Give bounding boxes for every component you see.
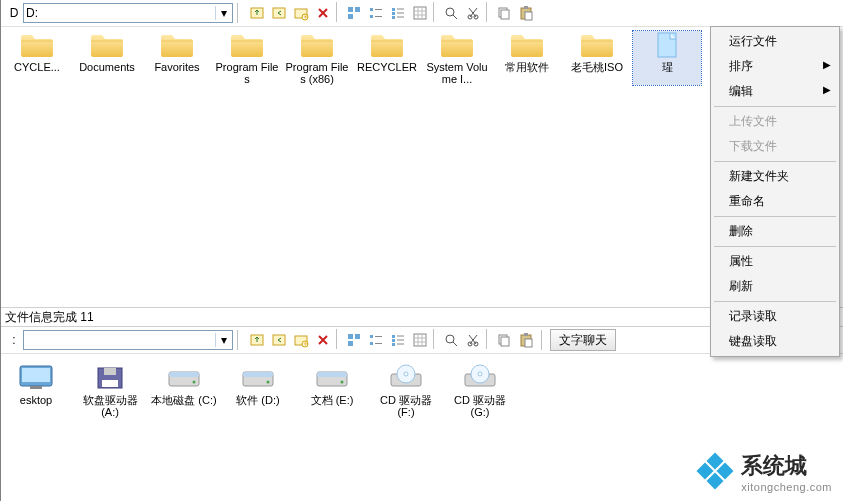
svg-rect-56 xyxy=(104,368,116,375)
svg-rect-42 xyxy=(392,343,395,346)
svg-rect-7 xyxy=(348,14,353,19)
drive-label: 软件 (D:) xyxy=(236,394,279,418)
tool-paste-icon[interactable] xyxy=(515,329,537,351)
drive-item[interactable]: esktop xyxy=(3,362,69,418)
file-item[interactable]: CYCLE... xyxy=(3,31,71,85)
tool-big-icon[interactable] xyxy=(343,329,365,351)
drive-grid[interactable]: esktop软盘驱动器 (A:)本地磁盘 (C:)软件 (D:)文档 (E:)C… xyxy=(1,354,843,418)
toolbar-buttons-bottom: ✳ xyxy=(246,329,537,351)
file-label: RECYCLER xyxy=(357,61,417,85)
tool-del-icon[interactable] xyxy=(312,2,334,24)
tool-copy-icon[interactable] xyxy=(493,329,515,351)
tool-back-icon[interactable] xyxy=(268,329,290,351)
svg-rect-1 xyxy=(273,8,285,18)
tool-newf-icon[interactable]: ✳ xyxy=(290,2,312,24)
tool-del-icon[interactable] xyxy=(312,329,334,351)
menu-item[interactable]: 键盘读取 xyxy=(713,329,837,354)
tool-detail-icon[interactable] xyxy=(409,329,431,351)
tool-paste-icon[interactable] xyxy=(515,2,537,24)
folder-icon xyxy=(159,31,195,59)
tool-search-icon[interactable] xyxy=(440,329,462,351)
tool-cut-icon[interactable] xyxy=(462,329,484,351)
svg-text:✳: ✳ xyxy=(303,341,308,347)
drive-item[interactable]: 文档 (E:) xyxy=(299,362,365,418)
drive-label: 软盘驱动器 (A:) xyxy=(77,394,143,418)
tool-up-icon[interactable] xyxy=(246,2,268,24)
menu-item[interactable]: 删除 xyxy=(713,219,837,244)
tool-big-icon[interactable] xyxy=(343,2,365,24)
toolbar-buttons-top: ✳ xyxy=(246,2,537,24)
desktop-drive-icon xyxy=(16,362,56,392)
file-item[interactable]: 老毛桃ISO xyxy=(563,31,631,85)
context-menu[interactable]: 运行文件排序▶编辑▶上传文件下载文件新建文件夹重命名删除属性刷新记录读取键盘读取 xyxy=(710,26,840,357)
drive-item[interactable]: 本地磁盘 (C:) xyxy=(151,362,217,418)
dropdown-icon[interactable]: ▾ xyxy=(215,6,232,20)
svg-point-69 xyxy=(404,372,408,376)
svg-rect-39 xyxy=(375,343,382,344)
file-item[interactable]: Documents xyxy=(73,31,141,85)
tool-list-icon[interactable] xyxy=(387,329,409,351)
file-item[interactable]: 常用软件 xyxy=(493,31,561,85)
menu-item[interactable]: 刷新 xyxy=(713,274,837,299)
menu-item[interactable]: 运行文件 xyxy=(713,29,837,54)
drive-label: 文档 (E:) xyxy=(311,394,354,418)
folder-icon xyxy=(579,31,615,59)
path-input-bottom[interactable]: ▾ xyxy=(23,330,233,350)
menu-item[interactable]: 属性 xyxy=(713,249,837,274)
tool-list-icon[interactable] xyxy=(387,2,409,24)
tool-search-icon[interactable] xyxy=(440,2,462,24)
tool-detail-icon[interactable] xyxy=(409,2,431,24)
file-label: 常用软件 xyxy=(505,61,549,85)
svg-rect-13 xyxy=(392,12,395,15)
tool-small-icon[interactable] xyxy=(365,2,387,24)
file-icon xyxy=(649,31,685,59)
folder-icon xyxy=(89,31,125,59)
top-toolbar: D ▾ ✳ xyxy=(1,0,843,27)
svg-rect-34 xyxy=(355,334,360,339)
tool-back-icon[interactable] xyxy=(268,2,290,24)
path-input-top[interactable]: ▾ xyxy=(23,3,233,23)
menu-item[interactable]: 编辑▶ xyxy=(713,79,837,104)
svg-text:✳: ✳ xyxy=(303,14,308,20)
submenu-arrow-icon: ▶ xyxy=(823,59,831,70)
file-label: Program Files (x86) xyxy=(283,61,351,85)
drive-item[interactable]: CD 驱动器 (F:) xyxy=(373,362,439,418)
svg-rect-51 xyxy=(525,339,532,347)
menu-item[interactable]: 排序▶ xyxy=(713,54,837,79)
menu-item[interactable]: 新建文件夹 xyxy=(713,164,837,189)
file-item[interactable]: RECYCLER xyxy=(353,31,421,85)
svg-rect-15 xyxy=(414,7,426,19)
watermark: 系统城 xitongcheng.com xyxy=(699,451,832,493)
folder-icon xyxy=(19,31,55,59)
svg-rect-37 xyxy=(375,336,382,337)
drive-item[interactable]: 软盘驱动器 (A:) xyxy=(77,362,143,418)
svg-point-63 xyxy=(267,381,270,384)
dropdown-icon[interactable]: ▾ xyxy=(215,333,232,347)
svg-point-44 xyxy=(446,335,454,343)
drive-item[interactable]: CD 驱动器 (G:) xyxy=(447,362,513,418)
svg-rect-5 xyxy=(348,7,353,12)
file-item[interactable]: Program Files xyxy=(213,31,281,85)
path-field-bottom[interactable] xyxy=(24,333,215,347)
text-chat-button[interactable]: 文字聊天 xyxy=(550,329,616,351)
file-item[interactable]: 瑆 xyxy=(633,31,701,85)
menu-item[interactable]: 重命名 xyxy=(713,189,837,214)
menu-item[interactable]: 记录读取 xyxy=(713,304,837,329)
watermark-logo-icon xyxy=(699,455,733,489)
tool-copy-icon[interactable] xyxy=(493,2,515,24)
file-item[interactable]: Program Files (x86) xyxy=(283,31,351,85)
drive-item[interactable]: 软件 (D:) xyxy=(225,362,291,418)
watermark-en: xitongcheng.com xyxy=(741,481,832,493)
svg-rect-36 xyxy=(370,335,373,338)
path-field-top[interactable] xyxy=(24,6,215,20)
tool-up-icon[interactable] xyxy=(246,329,268,351)
submenu-arrow-icon: ▶ xyxy=(823,84,831,95)
tool-newf-icon[interactable]: ✳ xyxy=(290,329,312,351)
file-item[interactable]: System Volume I... xyxy=(423,31,491,85)
file-item[interactable]: Favorites xyxy=(143,31,211,85)
tool-cut-icon[interactable] xyxy=(462,2,484,24)
svg-rect-62 xyxy=(243,372,273,377)
svg-rect-43 xyxy=(414,334,426,346)
svg-point-16 xyxy=(446,8,454,16)
tool-small-icon[interactable] xyxy=(365,329,387,351)
